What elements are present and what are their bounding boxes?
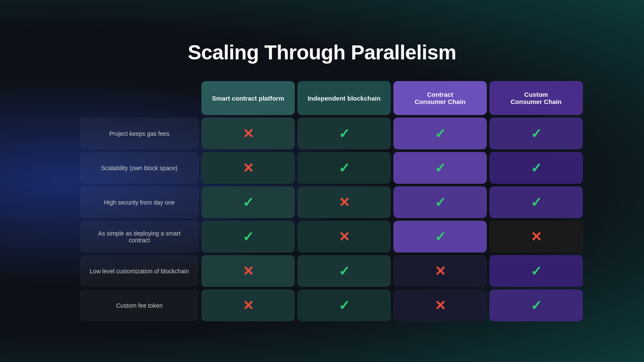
check-icon: ✓: [339, 160, 350, 176]
check-icon: ✓: [339, 126, 350, 142]
check-icon: ✓: [531, 194, 542, 210]
check-icon: ✓: [339, 263, 350, 279]
cell-customization-sc: ✕: [201, 255, 295, 287]
cell-scalability-ib: ✓: [297, 152, 391, 184]
cross-icon: ✕: [435, 297, 446, 314]
check-icon: ✓: [435, 194, 446, 210]
cell-scalability-ccc: ✓: [489, 152, 583, 184]
check-icon: ✓: [531, 297, 542, 314]
check-icon: ✓: [435, 229, 446, 245]
check-icon: ✓: [435, 126, 446, 142]
cell-fee-token-sc: ✕: [201, 289, 295, 321]
header-empty: [80, 81, 199, 115]
row-label-scalability: Scalability (own block space): [80, 152, 199, 184]
cell-simple-ccc: ✕: [489, 221, 583, 253]
cell-simple-ib: ✕: [297, 221, 391, 253]
cross-icon: ✕: [243, 126, 254, 142]
cross-icon: ✕: [339, 194, 350, 210]
check-icon: ✓: [531, 263, 542, 279]
cross-icon: ✕: [243, 263, 254, 279]
cross-icon: ✕: [243, 160, 254, 176]
cell-customization-ib: ✓: [297, 255, 391, 287]
cell-scalability-cc: ✓: [393, 152, 487, 184]
cell-security-ib: ✕: [297, 186, 391, 218]
cell-security-sc: ✓: [201, 186, 295, 218]
cell-gas-fees-ib: ✓: [297, 118, 391, 149]
row-label-security: High security from day one: [80, 186, 199, 218]
check-icon: ✓: [435, 160, 446, 176]
cross-icon: ✕: [435, 263, 446, 279]
cell-security-cc: ✓: [393, 186, 487, 218]
table-grid: Smart contract platform Independent bloc…: [80, 81, 564, 321]
row-label-simple: As simple as deploying a smart contract: [80, 221, 199, 253]
row-label-customization: Low level customization of blockchain: [80, 255, 199, 287]
comparison-table: Smart contract platform Independent bloc…: [80, 81, 564, 321]
cell-customization-cc: ✕: [393, 255, 487, 287]
header-smart-contract-platform: Smart contract platform: [201, 81, 295, 115]
cell-customization-ccc: ✓: [489, 255, 583, 287]
cell-simple-cc: ✓: [393, 221, 487, 253]
page-title: Scaling Through Parallelism: [188, 41, 456, 64]
cell-fee-token-ib: ✓: [297, 289, 391, 321]
cell-fee-token-ccc: ✓: [489, 289, 583, 321]
cell-gas-fees-cc: ✓: [393, 118, 487, 149]
check-icon: ✓: [531, 160, 542, 176]
cell-fee-token-cc: ✕: [393, 289, 487, 321]
cell-gas-fees-sc: ✕: [201, 118, 295, 149]
header-independent-blockchain: Independent blockchain: [297, 81, 391, 115]
cell-scalability-sc: ✕: [201, 152, 295, 184]
header-custom-consumer-chain: CustomConsumer Chain: [489, 81, 583, 115]
check-icon: ✓: [243, 194, 254, 210]
cross-icon: ✕: [339, 229, 350, 245]
cell-simple-sc: ✓: [201, 221, 295, 253]
header-contract-consumer-chain: ContractConsumer Chain: [393, 81, 487, 115]
row-label-gas-fees: Project keeps gas fees: [80, 118, 199, 149]
check-icon: ✓: [339, 297, 350, 314]
cell-gas-fees-ccc: ✓: [489, 118, 583, 149]
check-icon: ✓: [531, 126, 542, 142]
cross-icon: ✕: [531, 229, 542, 245]
check-icon: ✓: [243, 229, 254, 245]
row-label-fee-token: Custom fee token: [80, 289, 199, 321]
cross-icon: ✕: [243, 297, 254, 314]
cell-security-ccc: ✓: [489, 186, 583, 218]
